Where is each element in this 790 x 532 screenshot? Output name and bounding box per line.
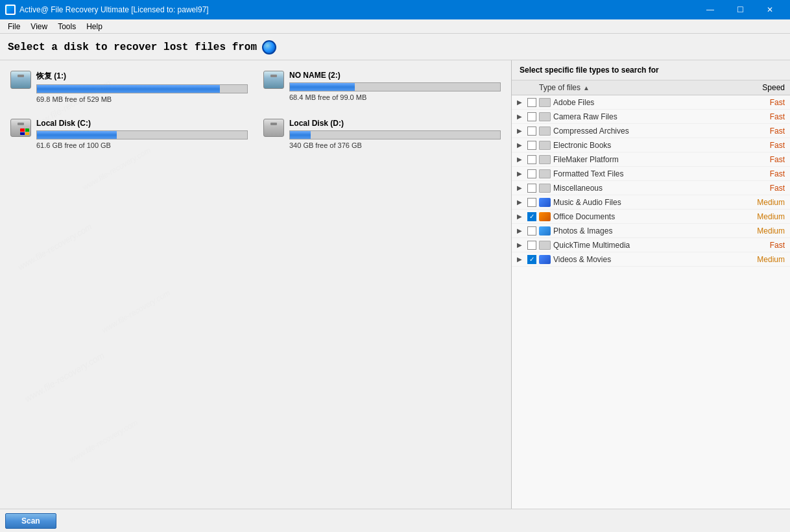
filetype-table-header[interactable]: Type of files ▲ Speed xyxy=(512,80,790,95)
disk-info-2: NO NAME (2:) 68.4 MB free of 99.0 MB xyxy=(289,71,501,101)
disk-item-3[interactable]: Local Disk (C:) 61.6 GB free of 100 GB xyxy=(8,116,250,152)
ft-row-misc[interactable]: ▶ Miscellaneous Fast xyxy=(512,181,790,195)
menu-tools[interactable]: Tools xyxy=(53,21,81,32)
checkbox-videos[interactable] xyxy=(527,255,536,264)
disk-size-1: 69.8 MB free of 529 MB xyxy=(36,95,248,103)
checkbox-compressed[interactable] xyxy=(527,127,536,136)
expand-icon-formatted-text[interactable]: ▶ xyxy=(517,170,527,177)
ft-speed-compressed: Fast xyxy=(733,127,785,136)
disk-name-4: Local Disk (D:) xyxy=(289,119,501,128)
filetype-icon-quicktime xyxy=(539,241,551,250)
disk-progress-bg-3 xyxy=(36,130,248,139)
checkbox-music[interactable] xyxy=(527,198,536,207)
ft-row-office[interactable]: ▶ Office Documents Medium xyxy=(512,210,790,224)
disk-grid: 恢复 (1:) 69.8 MB free of 529 MB NO NAME (… xyxy=(8,68,503,157)
filetype-icon-videos xyxy=(539,255,551,264)
disk-icon-3 xyxy=(10,119,31,137)
disk-info-4: Local Disk (D:) 340 GB free of 376 GB xyxy=(289,119,501,149)
checkbox-ebooks[interactable] xyxy=(527,141,536,150)
checkbox-misc[interactable] xyxy=(527,184,536,193)
close-button[interactable]: ✕ xyxy=(755,0,785,19)
expand-icon-filemaker[interactable]: ▶ xyxy=(517,156,527,163)
expand-icon-quicktime[interactable]: ▶ xyxy=(517,241,527,248)
disk-icon-2 xyxy=(263,71,284,89)
expand-icon-videos[interactable]: ▶ xyxy=(517,256,527,263)
ft-speed-misc: Fast xyxy=(733,184,785,193)
content-area: www.file-recovery.com www.file-recovery.… xyxy=(0,60,790,509)
title-bar-controls: — ☐ ✕ xyxy=(695,0,785,19)
filetype-table: Type of files ▲ Speed ▶ Adobe Files Fast… xyxy=(512,80,790,509)
expand-icon-misc[interactable]: ▶ xyxy=(517,184,527,191)
ft-row-adobe[interactable]: ▶ Adobe Files Fast xyxy=(512,95,790,110)
title-bar: Active@ File Recovery Ultimate [Licensed… xyxy=(0,0,790,19)
checkbox-filemaker[interactable] xyxy=(527,155,536,164)
disk-panel: www.file-recovery.com www.file-recovery.… xyxy=(0,60,511,509)
checkbox-adobe[interactable] xyxy=(527,98,536,107)
filetype-icon-adobe xyxy=(539,98,551,107)
ft-row-videos[interactable]: ▶ Videos & Movies Medium xyxy=(512,252,790,267)
ft-speed-adobe: Fast xyxy=(733,98,785,107)
filetype-icon-formatted-text xyxy=(539,169,551,178)
ft-row-photos[interactable]: ▶ Photos & Images Medium xyxy=(512,224,790,238)
expand-icon-ebooks[interactable]: ▶ xyxy=(517,141,527,149)
disk-name-3: Local Disk (C:) xyxy=(36,119,248,128)
menu-view[interactable]: View xyxy=(25,21,53,32)
disk-progress-fill-2 xyxy=(290,83,355,91)
disk-size-4: 340 GB free of 376 GB xyxy=(289,141,501,149)
checkbox-quicktime[interactable] xyxy=(527,241,536,250)
ft-speed-photos: Medium xyxy=(733,226,785,236)
checkbox-camera-raw[interactable] xyxy=(527,112,536,121)
expand-icon-camera-raw[interactable]: ▶ xyxy=(517,113,527,120)
disk-info-3: Local Disk (C:) 61.6 GB free of 100 GB xyxy=(36,119,248,149)
filetype-icon-compressed xyxy=(539,127,551,136)
ft-row-quicktime[interactable]: ▶ QuickTime Multimedia Fast xyxy=(512,238,790,252)
ft-row-compressed[interactable]: ▶ Compressed Archives Fast xyxy=(512,124,790,138)
maximize-button[interactable]: ☐ xyxy=(725,0,755,19)
name-col-header[interactable]: Type of files ▲ xyxy=(539,83,733,92)
ft-row-ebooks[interactable]: ▶ Electronic Books Fast xyxy=(512,138,790,152)
filetype-panel: Select specific file types to search for… xyxy=(511,60,790,509)
ft-label-formatted-text: Formatted Text Files xyxy=(553,169,733,178)
menu-bar: File View Tools Help xyxy=(0,19,790,34)
expand-icon-compressed[interactable]: ▶ xyxy=(517,127,527,134)
checkbox-office[interactable] xyxy=(527,212,536,221)
disk-item-1[interactable]: 恢复 (1:) 69.8 MB free of 529 MB xyxy=(8,68,250,106)
header: Select a disk to recover lost files from xyxy=(0,34,790,60)
page-title: Select a disk to recover lost files from xyxy=(8,42,257,53)
checkbox-formatted-text[interactable] xyxy=(527,169,536,178)
ft-speed-office: Medium xyxy=(733,212,785,221)
ft-row-formatted-text[interactable]: ▶ Formatted Text Files Fast xyxy=(512,167,790,181)
ft-label-photos: Photos & Images xyxy=(553,226,733,236)
disk-progress-fill-3 xyxy=(37,131,117,139)
disk-name-2: NO NAME (2:) xyxy=(289,71,501,80)
ft-speed-camera-raw: Fast xyxy=(733,112,785,121)
ft-row-music[interactable]: ▶ Music & Audio Files Medium xyxy=(512,195,790,210)
globe-icon xyxy=(262,40,276,54)
ft-speed-ebooks: Fast xyxy=(733,141,785,150)
ft-label-music: Music & Audio Files xyxy=(553,198,733,207)
ft-label-adobe: Adobe Files xyxy=(553,98,733,107)
ft-row-camera-raw[interactable]: ▶ Camera Raw Files Fast xyxy=(512,110,790,124)
ft-row-filemaker[interactable]: ▶ FileMaker Platform Fast xyxy=(512,152,790,167)
ft-speed-formatted-text: Fast xyxy=(733,169,785,178)
filetype-panel-title: Select specific file types to search for xyxy=(512,60,790,80)
disk-body-2 xyxy=(263,71,284,89)
minimize-button[interactable]: — xyxy=(695,0,725,19)
disk-item-4[interactable]: Local Disk (D:) 340 GB free of 376 GB xyxy=(261,116,503,152)
expand-icon-music[interactable]: ▶ xyxy=(517,199,527,206)
expand-icon-office[interactable]: ▶ xyxy=(517,213,527,220)
ft-label-misc: Miscellaneous xyxy=(553,184,733,193)
menu-file[interactable]: File xyxy=(3,21,25,32)
expand-icon-adobe[interactable]: ▶ xyxy=(517,99,527,106)
scan-button[interactable]: Scan xyxy=(5,513,56,529)
ft-label-camera-raw: Camera Raw Files xyxy=(553,112,733,121)
menu-help[interactable]: Help xyxy=(81,21,108,32)
disk-name-1: 恢复 (1:) xyxy=(36,71,248,82)
disk-progress-fill-4 xyxy=(290,131,311,139)
expand-icon-photos[interactable]: ▶ xyxy=(517,227,527,234)
disk-item-2[interactable]: NO NAME (2:) 68.4 MB free of 99.0 MB xyxy=(261,68,503,106)
ft-speed-filemaker: Fast xyxy=(733,155,785,164)
checkbox-photos[interactable] xyxy=(527,226,536,236)
filetype-icon-music xyxy=(539,198,551,207)
disk-size-3: 61.6 GB free of 100 GB xyxy=(36,141,248,149)
